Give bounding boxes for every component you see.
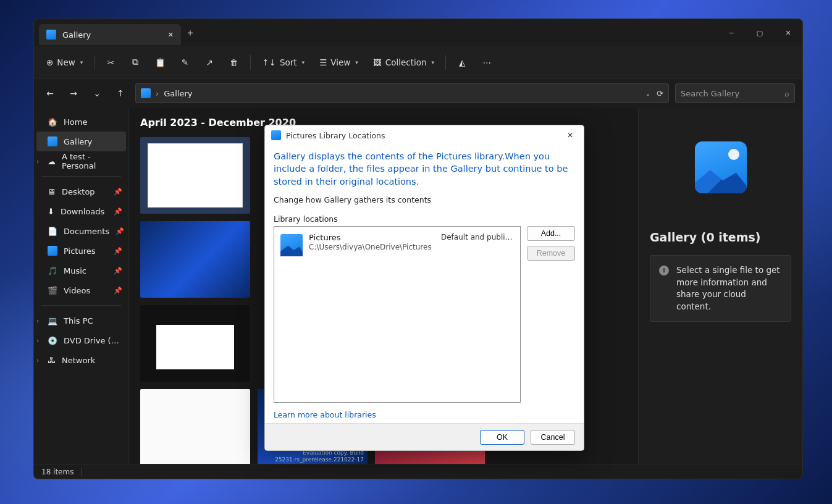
- cut-button[interactable]: ✂: [99, 52, 122, 73]
- tab-gallery[interactable]: Gallery ✕: [39, 24, 181, 45]
- view-button[interactable]: ☰ View ▾: [313, 52, 364, 73]
- sidebar-item-home[interactable]: 🏠Home: [34, 112, 128, 132]
- nav-recent-button[interactable]: ⌄: [88, 85, 106, 102]
- dialog-titlebar: Pictures Library Locations ✕: [265, 125, 584, 145]
- maximize-button[interactable]: ▢: [746, 20, 774, 45]
- sidebar: 🏠Home Gallery ›☁A test - Personal 🖥Deskt…: [34, 108, 129, 464]
- sidebar-item-documents[interactable]: 📄Documents📌: [34, 221, 128, 241]
- separator: [41, 305, 121, 306]
- paste-button[interactable]: 📋: [149, 52, 171, 73]
- location-tag: Default and public s...: [441, 233, 514, 242]
- breadcrumb-root[interactable]: Gallery: [164, 89, 192, 98]
- address-row: ← → ⌄ ↑ › Gallery ⌄ ⟳ Search Gallery ⌕: [34, 78, 802, 108]
- rename-button[interactable]: ✎: [174, 52, 196, 73]
- pictures-icon: [46, 30, 56, 40]
- cloud-icon: ☁: [48, 157, 56, 166]
- sidebar-item-music[interactable]: 🎵Music📌: [34, 261, 128, 280]
- sidebar-item-onedrive[interactable]: ›☁A test - Personal: [34, 151, 128, 171]
- share-button[interactable]: ↗: [198, 52, 221, 73]
- sidebar-item-pictures[interactable]: Pictures📌: [34, 241, 128, 261]
- dialog-close-button[interactable]: ✕: [561, 131, 579, 140]
- sort-icon: ↑↓: [262, 57, 276, 67]
- sidebar-item-thispc[interactable]: ›💻This PC: [34, 311, 128, 330]
- thumbnail[interactable]: [140, 137, 250, 214]
- watermark: Evaluation copy. Build 25231.rs_prerelea…: [258, 450, 364, 463]
- plus-icon: ⊕: [46, 57, 53, 67]
- search-input[interactable]: Search Gallery ⌕: [675, 83, 795, 103]
- details-pane: Gallery (0 items) Select a single file t…: [638, 108, 802, 464]
- breadcrumb-sep: ›: [156, 89, 159, 98]
- cancel-button[interactable]: Cancel: [531, 430, 575, 445]
- downloads-icon: ⬇: [48, 207, 54, 216]
- rename-icon: ✎: [182, 57, 188, 67]
- address-bar[interactable]: › Gallery ⌄ ⟳: [135, 83, 669, 103]
- nav-forward-button[interactable]: →: [65, 85, 82, 102]
- tab-title: Gallery: [62, 30, 91, 40]
- more-button[interactable]: ⋯: [476, 52, 498, 73]
- sort-button[interactable]: ↑↓ Sort ▾: [256, 52, 311, 73]
- sidebar-item-videos[interactable]: 🎬Videos📌: [34, 280, 128, 300]
- copy-button[interactable]: ⧉: [124, 52, 146, 73]
- delete-button[interactable]: 🗑: [223, 52, 245, 73]
- thumbnail[interactable]: [140, 389, 250, 464]
- paste-icon: 📋: [155, 57, 166, 67]
- pin-icon: 📌: [114, 188, 122, 196]
- music-icon: 🎵: [48, 266, 57, 275]
- dialog-headline: Gallery displays the contents of the Pic…: [274, 150, 575, 188]
- pin-icon: 📌: [114, 287, 122, 295]
- expand-icon[interactable]: ›: [36, 357, 39, 364]
- separator: [81, 468, 82, 476]
- nav-up-button[interactable]: ↑: [112, 85, 129, 102]
- filter-button[interactable]: ◭: [451, 52, 473, 73]
- remove-button[interactable]: Remove: [527, 246, 575, 261]
- chevron-down-icon: ▾: [302, 59, 305, 65]
- videos-icon: 🎬: [48, 286, 57, 295]
- new-tab-button[interactable]: ＋: [181, 27, 200, 40]
- pictures-icon: [280, 234, 303, 256]
- tab-close-button[interactable]: ✕: [168, 31, 174, 39]
- learn-more-link[interactable]: Learn more about libraries: [274, 410, 575, 419]
- close-window-button[interactable]: ✕: [774, 20, 802, 45]
- sidebar-item-desktop[interactable]: 🖥Desktop📌: [34, 182, 128, 201]
- filter-icon: ◭: [459, 57, 465, 67]
- separator: [445, 55, 446, 70]
- collection-icon: 🖼: [373, 57, 382, 67]
- disc-icon: 💿: [48, 336, 57, 345]
- home-icon: 🏠: [48, 117, 57, 127]
- tabstrip: Gallery ✕ ＋ ─ ▢ ✕: [34, 19, 802, 46]
- sidebar-item-gallery[interactable]: Gallery: [36, 132, 126, 151]
- location-item[interactable]: Pictures C:\Users\divya\OneDrive\Picture…: [278, 230, 516, 259]
- pictures-icon: [271, 130, 281, 140]
- library-locations-dialog: Pictures Library Locations ✕ Gallery dis…: [264, 125, 584, 451]
- network-icon: 🖧: [48, 356, 56, 365]
- locations-listbox[interactable]: Pictures C:\Users\divya\OneDrive\Picture…: [274, 226, 521, 403]
- expand-icon[interactable]: ›: [36, 317, 39, 324]
- thumbnail[interactable]: [140, 305, 250, 382]
- pictures-icon: [48, 246, 57, 256]
- gallery-icon: [48, 136, 57, 146]
- new-button[interactable]: ⊕ New ▾: [40, 52, 89, 73]
- copy-icon: ⧉: [132, 57, 138, 67]
- separator: [94, 55, 95, 70]
- refresh-button[interactable]: ⟳: [657, 89, 663, 98]
- minimize-button[interactable]: ─: [717, 20, 746, 45]
- sidebar-item-network[interactable]: ›🖧Network: [34, 350, 128, 370]
- add-button[interactable]: Add...: [527, 226, 575, 241]
- documents-icon: 📄: [48, 227, 57, 236]
- view-icon: ☰: [319, 57, 327, 67]
- expand-icon[interactable]: ›: [36, 337, 39, 344]
- search-placeholder: Search Gallery: [681, 89, 739, 98]
- sidebar-item-dvd[interactable]: ›💿DVD Drive (D:) CCC: [34, 330, 128, 350]
- ellipsis-icon: ⋯: [482, 57, 491, 67]
- details-hint: Select a single file to get more informa…: [650, 255, 791, 322]
- status-item-count: 18 items: [41, 468, 74, 476]
- details-title: Gallery (0 items): [650, 230, 761, 244]
- nav-back-button[interactable]: ←: [41, 85, 59, 102]
- ok-button[interactable]: OK: [480, 430, 524, 445]
- expand-icon[interactable]: ›: [36, 158, 39, 165]
- sidebar-item-downloads[interactable]: ⬇Downloads📌: [34, 201, 128, 221]
- thumbnail[interactable]: [140, 221, 250, 298]
- dialog-title: Pictures Library Locations: [286, 131, 385, 140]
- collection-button[interactable]: 🖼 Collection ▾: [367, 52, 440, 73]
- chevron-down-icon[interactable]: ⌄: [645, 90, 650, 97]
